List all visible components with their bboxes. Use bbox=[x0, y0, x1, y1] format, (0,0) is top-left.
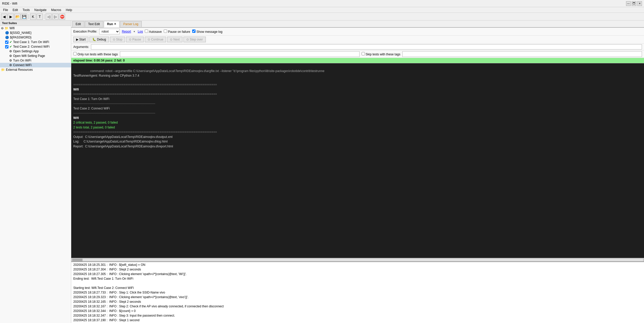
continue-button[interactable]: ⊙ Continue bbox=[145, 37, 166, 42]
tab-run[interactable]: Run ✕ bbox=[104, 21, 119, 27]
autosave-label: Autosave bbox=[145, 29, 162, 34]
autosave-checkbox[interactable] bbox=[145, 29, 148, 33]
output-area[interactable]: command: robot --argumentfile C:\Users\a… bbox=[71, 63, 644, 258]
sidebar-item-label: Test Case 1: Turn On WiFi bbox=[13, 40, 49, 44]
output-critical: 2 critical tests, 2 passed, 0 failed bbox=[73, 121, 118, 124]
args-row: Arguments: bbox=[71, 44, 644, 51]
output-test1: Test Case 1: Turn On WiFi bbox=[73, 97, 109, 101]
stop-icon: ⊙ bbox=[113, 38, 115, 41]
log-panel[interactable]: 20200425 18:18:25.301 : INFO : ${wifi_st… bbox=[71, 261, 644, 323]
only-run-tags-label: Only run tests with these tags bbox=[73, 52, 118, 56]
close-button[interactable]: ✕ bbox=[637, 1, 642, 6]
forward-button[interactable]: ▶ bbox=[8, 14, 14, 20]
sidebar-item-label: Connect WiFi bbox=[13, 63, 32, 67]
tags-row: Only run tests with these tags Skip test… bbox=[71, 51, 644, 58]
log-line: 20200425 18:18:32.165 : INFO : Slept 2 s… bbox=[73, 299, 642, 304]
args-label: Arguments: bbox=[73, 45, 89, 49]
var-icon: 🔵 bbox=[5, 36, 9, 39]
sidebar-item-label: Test Case 2: Connect WiFi bbox=[13, 45, 49, 48]
sidebar-header: Test Suites bbox=[0, 21, 71, 26]
menu-edit[interactable]: Edit bbox=[11, 8, 20, 12]
test1-checkbox[interactable] bbox=[5, 41, 8, 44]
output-output: Output: C:\Users\angel\AppData\Local\Tem… bbox=[73, 135, 172, 139]
next-icon: ⊙ bbox=[170, 38, 172, 41]
next-toolbar-button[interactable]: ▷ bbox=[52, 14, 58, 20]
window-controls: — 🗖 ✕ bbox=[626, 1, 642, 6]
pause-on-failure-checkbox[interactable] bbox=[164, 29, 167, 33]
skip-tags-checkbox[interactable] bbox=[362, 52, 365, 55]
maximize-button[interactable]: 🗖 bbox=[632, 1, 636, 6]
tab-text-edit[interactable]: Text Edit bbox=[85, 21, 103, 27]
sidebar-item-label: Open Wifi Setting Page bbox=[13, 54, 45, 58]
sidebar-item-password[interactable]: 🔵 ${PASSWORD} bbox=[0, 35, 71, 40]
log-line: Ending test: Wifi.Test Case 1: Turn On W… bbox=[73, 276, 642, 281]
minimize-button[interactable]: — bbox=[626, 1, 631, 6]
sidebar-item-wifi[interactable]: ⊖ 📁 Wifi bbox=[0, 26, 71, 31]
log-line: 20200425 18:18:32.167 : INFO : Step 2: C… bbox=[73, 304, 642, 309]
sidebar-item-open-settings[interactable]: ⚙ Open Settings App bbox=[0, 49, 71, 54]
pause-button[interactable]: ⊙ Pause bbox=[126, 37, 144, 42]
stop-button[interactable]: ⊙ Stop bbox=[110, 37, 125, 42]
tab-edit[interactable]: Edit bbox=[72, 21, 84, 27]
tab-edit-label: Edit bbox=[76, 22, 81, 26]
sidebar-item-turn-on-wifi[interactable]: ⚙ Turn On WiFi bbox=[0, 58, 71, 63]
tab-parser-log[interactable]: Parser Log bbox=[120, 21, 142, 27]
stop-toolbar-button[interactable]: ⛔ bbox=[59, 14, 65, 20]
sidebar-item-open-wifi[interactable]: ⚙ Open Wifi Setting Page bbox=[0, 54, 71, 58]
var-icon: 🔵 bbox=[5, 31, 9, 35]
horizontal-scrollbar[interactable] bbox=[71, 258, 644, 261]
log-link[interactable]: Log bbox=[138, 30, 143, 33]
sidebar-item-test1[interactable]: ✔ Test Case 1: Turn On WiFi bbox=[0, 40, 71, 44]
log-line: 20200425 18:18:25.301 : INFO : ${wifi_st… bbox=[73, 263, 642, 267]
output-report: Report: C:\Users\angel\AppData\Local\Tem… bbox=[73, 145, 173, 148]
show-message-log-label: Show message log bbox=[192, 29, 222, 34]
sidebar-item-test2[interactable]: ✔ Test Case 2: Connect WiFi bbox=[0, 44, 71, 49]
show-message-log-checkbox[interactable] bbox=[192, 29, 196, 33]
test2-checkbox[interactable] bbox=[5, 45, 8, 48]
only-run-tags-checkbox[interactable] bbox=[73, 52, 77, 55]
sidebar-item-connect-wifi[interactable]: ⚙ Connect WiFi bbox=[0, 63, 71, 67]
toolbar-separator bbox=[28, 14, 29, 19]
k-button[interactable]: K bbox=[30, 14, 36, 20]
log-line: Starting test: Wifi.Test Case 2: Connect… bbox=[73, 286, 642, 290]
open-button[interactable]: 📂 bbox=[14, 14, 21, 20]
sidebar-item-label: Wifi bbox=[9, 26, 15, 30]
save-button[interactable]: 💾 bbox=[21, 14, 27, 20]
args-input[interactable] bbox=[91, 44, 642, 49]
report-link[interactable]: Report bbox=[122, 30, 131, 33]
output-separator: ========================================… bbox=[73, 83, 217, 86]
report-circle: ⚬ bbox=[133, 30, 136, 33]
title-bar: RIDE - Wifi — 🗖 ✕ bbox=[0, 0, 644, 7]
tab-parser-log-label: Parser Log bbox=[123, 22, 138, 26]
only-run-tags-input[interactable] bbox=[120, 51, 360, 57]
sidebar-item-external-resources[interactable]: 📁 External Resources bbox=[0, 67, 71, 72]
menu-macros[interactable]: Macros bbox=[49, 8, 63, 12]
debug-icon: 🐛 bbox=[92, 38, 96, 41]
start-button[interactable]: ▶ Start bbox=[73, 37, 88, 42]
output-separator: ----------------------------------------… bbox=[73, 102, 155, 105]
menu-tools[interactable]: Tools bbox=[21, 8, 32, 12]
menu-navigate[interactable]: Navigate bbox=[32, 8, 48, 12]
exec-profile-row: Execution Profile: robot Report ⚬ Log Au… bbox=[71, 28, 644, 36]
toolbar-separator-2 bbox=[44, 14, 44, 19]
scroll-thumb[interactable] bbox=[72, 259, 83, 261]
skip-tags-input[interactable] bbox=[402, 51, 642, 57]
step-over-button[interactable]: ⊙ Step over bbox=[183, 37, 206, 42]
menu-file[interactable]: File bbox=[1, 8, 10, 12]
menu-help[interactable]: Help bbox=[64, 8, 74, 12]
keyword-icon: ⚙ bbox=[9, 54, 12, 58]
back-button[interactable]: ◀ bbox=[1, 14, 7, 20]
debug-button[interactable]: 🐛 Debug bbox=[89, 37, 109, 42]
keyword-icon: ⚙ bbox=[9, 63, 12, 67]
tab-run-close[interactable]: ✕ bbox=[114, 23, 116, 25]
tab-run-label: Run bbox=[107, 22, 113, 26]
exec-profile-select[interactable]: robot bbox=[99, 29, 120, 34]
scroll-track bbox=[72, 259, 643, 261]
sidebar-item-ssid[interactable]: 🔵 ${SSID_NAME} bbox=[0, 31, 71, 35]
next-button[interactable]: ⊙ Next bbox=[167, 37, 182, 42]
keyword-icon: ⚙ bbox=[9, 49, 12, 53]
t-button[interactable]: T bbox=[37, 14, 43, 20]
keyword-icon: ⚙ bbox=[9, 59, 12, 62]
sidebar-item-label: ${PASSWORD} bbox=[10, 36, 32, 39]
prev-button[interactable]: ◁ bbox=[46, 14, 52, 20]
